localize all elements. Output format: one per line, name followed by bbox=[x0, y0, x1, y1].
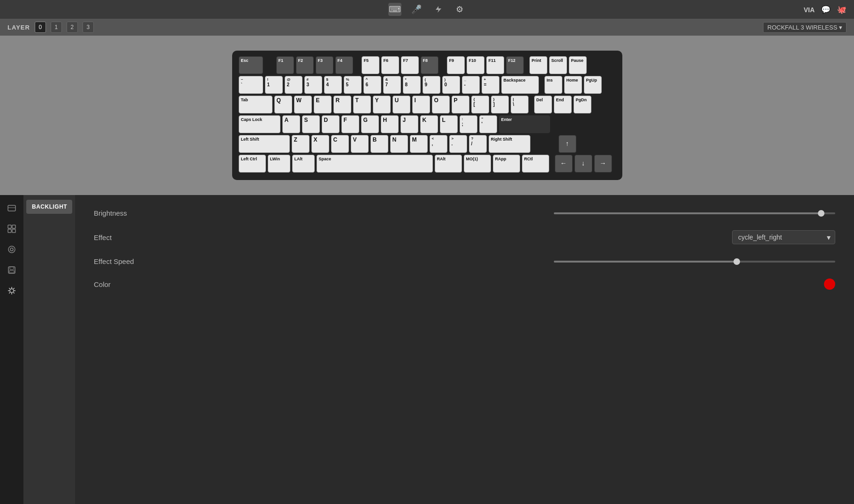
brightness-slider[interactable] bbox=[554, 212, 835, 214]
layer-1-button[interactable]: 1 bbox=[51, 22, 62, 33]
key-f[interactable]: F bbox=[341, 115, 359, 133]
key-lbracket[interactable]: {[ bbox=[471, 96, 489, 113]
layer-2-button[interactable]: 2 bbox=[67, 22, 78, 33]
key-v[interactable]: V bbox=[351, 135, 369, 153]
key-f9[interactable]: F9 bbox=[447, 56, 465, 74]
key-j[interactable]: J bbox=[401, 115, 418, 133]
key-u[interactable]: U bbox=[393, 96, 410, 113]
key-m[interactable]: M bbox=[410, 135, 428, 153]
key-equals[interactable]: += bbox=[482, 76, 499, 94]
key-i[interactable]: I bbox=[412, 96, 430, 113]
key-down[interactable]: ↓ bbox=[574, 155, 592, 173]
audio-nav-icon[interactable]: 🎤 bbox=[410, 3, 423, 16]
settings-nav-icon[interactable]: ⚙ bbox=[453, 3, 466, 16]
key-print[interactable]: Print bbox=[529, 56, 547, 74]
key-c[interactable]: C bbox=[331, 135, 349, 153]
key-f12[interactable]: F12 bbox=[506, 56, 524, 74]
key-period[interactable]: >. bbox=[449, 135, 467, 153]
key-l[interactable]: L bbox=[440, 115, 458, 133]
key-h[interactable]: H bbox=[381, 115, 399, 133]
key-x[interactable]: X bbox=[311, 135, 329, 153]
key-pgdn[interactable]: PgDn bbox=[574, 96, 591, 113]
key-left-shift[interactable]: Left Shift bbox=[239, 135, 290, 153]
key-f11[interactable]: F11 bbox=[486, 56, 504, 74]
color-picker[interactable] bbox=[824, 278, 835, 290]
key-rctrl[interactable]: RCtl bbox=[522, 155, 549, 173]
key-ins[interactable]: Ins bbox=[544, 76, 562, 94]
key-f1[interactable]: F1 bbox=[276, 56, 294, 74]
key-p[interactable]: P bbox=[452, 96, 469, 113]
key-quote[interactable]: "' bbox=[479, 115, 497, 133]
key-f10[interactable]: F10 bbox=[467, 56, 484, 74]
key-g[interactable]: G bbox=[361, 115, 379, 133]
key-o[interactable]: O bbox=[432, 96, 450, 113]
key-1[interactable]: !1 bbox=[265, 76, 283, 94]
key-space[interactable]: Space bbox=[317, 155, 433, 173]
key-n[interactable]: N bbox=[390, 135, 408, 153]
key-y[interactable]: Y bbox=[373, 96, 391, 113]
backlight-tab[interactable]: BACKLIGHT bbox=[26, 200, 72, 214]
key-b[interactable]: B bbox=[370, 135, 388, 153]
key-left[interactable]: ← bbox=[555, 155, 573, 173]
key-backspace[interactable]: Backspace bbox=[501, 76, 539, 94]
key-rapp[interactable]: RApp bbox=[493, 155, 520, 173]
key-a[interactable]: A bbox=[282, 115, 300, 133]
key-3[interactable]: #3 bbox=[304, 76, 322, 94]
sidebar-keymap-icon[interactable] bbox=[3, 200, 20, 217]
key-4[interactable]: $4 bbox=[324, 76, 342, 94]
key-f7[interactable]: F7 bbox=[401, 56, 419, 74]
key-2[interactable]: @2 bbox=[285, 76, 302, 94]
key-slash[interactable]: ?/ bbox=[469, 135, 487, 153]
sidebar-macro-icon[interactable] bbox=[3, 241, 20, 258]
key-right-shift[interactable]: Right Shift bbox=[489, 135, 530, 153]
key-backslash[interactable]: |\ bbox=[511, 96, 529, 113]
key-f8[interactable]: F8 bbox=[421, 56, 438, 74]
layer-0-button[interactable]: 0 bbox=[35, 22, 46, 33]
key-home[interactable]: Home bbox=[564, 76, 582, 94]
key-f4[interactable]: F4 bbox=[335, 56, 353, 74]
key-esc[interactable]: Esc bbox=[239, 56, 263, 74]
device-select[interactable]: ROCKFALL 3 WIRELESS ▾ bbox=[763, 22, 846, 33]
effect-speed-slider[interactable] bbox=[554, 261, 835, 263]
key-del[interactable]: Del bbox=[534, 96, 552, 113]
github-icon[interactable]: 🐙 bbox=[837, 5, 846, 14]
key-up[interactable]: ↑ bbox=[559, 135, 576, 153]
key-8[interactable]: *8 bbox=[403, 76, 421, 94]
key-semicolon[interactable]: :; bbox=[460, 115, 477, 133]
key-6[interactable]: ^6 bbox=[363, 76, 381, 94]
key-pgup[interactable]: PgUp bbox=[584, 76, 602, 94]
key-mo1[interactable]: MO(1) bbox=[464, 155, 491, 173]
key-e[interactable]: E bbox=[314, 96, 332, 113]
key-lwin[interactable]: LWin bbox=[268, 155, 290, 173]
key-0[interactable]: )0 bbox=[442, 76, 460, 94]
key-7[interactable]: &7 bbox=[383, 76, 401, 94]
key-s[interactable]: S bbox=[302, 115, 320, 133]
key-left-ctrl[interactable]: Left Ctrl bbox=[239, 155, 266, 173]
key-f5[interactable]: F5 bbox=[362, 56, 379, 74]
key-9[interactable]: (9 bbox=[423, 76, 440, 94]
key-end[interactable]: End bbox=[554, 96, 572, 113]
brightness-thumb[interactable] bbox=[818, 210, 824, 217]
sidebar-backlight-icon[interactable] bbox=[3, 282, 20, 299]
key-r[interactable]: R bbox=[333, 96, 351, 113]
key-comma[interactable]: <, bbox=[430, 135, 447, 153]
key-ralt[interactable]: RAlt bbox=[435, 155, 462, 173]
key-right[interactable]: → bbox=[594, 155, 612, 173]
key-capslock[interactable]: Caps Lock bbox=[239, 115, 280, 133]
key-pause[interactable]: Pause bbox=[569, 56, 587, 74]
key-rbracket[interactable]: }] bbox=[491, 96, 509, 113]
key-d[interactable]: D bbox=[322, 115, 340, 133]
effect-select[interactable]: cycle_left_right bbox=[732, 230, 835, 244]
key-5[interactable]: %5 bbox=[344, 76, 362, 94]
key-minus[interactable]: _- bbox=[462, 76, 480, 94]
sidebar-layout-icon[interactable] bbox=[3, 220, 20, 237]
key-lalt[interactable]: LAlt bbox=[292, 155, 315, 173]
key-w[interactable]: W bbox=[294, 96, 312, 113]
effect-speed-thumb[interactable] bbox=[733, 258, 740, 265]
layer-3-button[interactable]: 3 bbox=[83, 22, 94, 33]
key-scroll[interactable]: Scroll bbox=[549, 56, 567, 74]
key-t[interactable]: T bbox=[353, 96, 371, 113]
key-f2[interactable]: F2 bbox=[296, 56, 314, 74]
key-tilde[interactable]: ~` bbox=[239, 76, 263, 94]
key-f6[interactable]: F6 bbox=[381, 56, 399, 74]
